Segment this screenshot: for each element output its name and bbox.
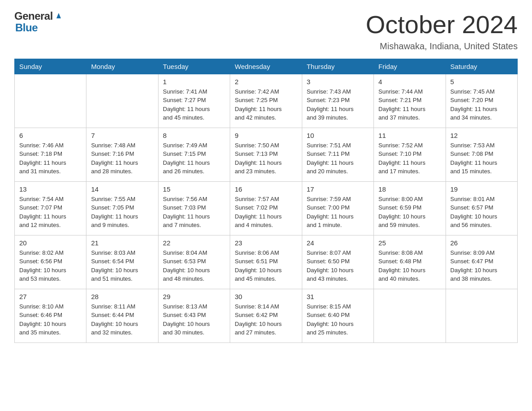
day-number: 3	[307, 78, 369, 86]
day-number: 19	[450, 185, 513, 193]
calendar-day-9: 9Sunrise: 7:50 AM Sunset: 7:13 PM Daylig…	[230, 128, 302, 181]
day-info: Sunrise: 7:57 AM Sunset: 7:02 PM Dayligh…	[235, 195, 297, 230]
day-info: Sunrise: 7:48 AM Sunset: 7:16 PM Dayligh…	[91, 141, 153, 176]
day-number: 7	[91, 132, 153, 139]
day-info: Sunrise: 8:04 AM Sunset: 6:53 PM Dayligh…	[163, 248, 225, 283]
calendar-day-1: 1Sunrise: 7:41 AM Sunset: 7:27 PM Daylig…	[158, 74, 230, 128]
day-info: Sunrise: 7:56 AM Sunset: 7:03 PM Dayligh…	[163, 195, 225, 230]
calendar-day-30: 30Sunrise: 8:14 AM Sunset: 6:42 PM Dayli…	[230, 289, 302, 342]
day-info: Sunrise: 8:08 AM Sunset: 6:48 PM Dayligh…	[378, 248, 441, 283]
calendar-day-13: 13Sunrise: 7:54 AM Sunset: 7:07 PM Dayli…	[15, 181, 86, 235]
calendar-empty-cell	[446, 289, 517, 342]
calendar-empty-cell	[86, 74, 158, 128]
day-info: Sunrise: 8:03 AM Sunset: 6:54 PM Dayligh…	[91, 248, 153, 283]
day-number: 11	[378, 132, 441, 139]
calendar-day-4: 4Sunrise: 7:44 AM Sunset: 7:21 PM Daylig…	[374, 74, 446, 128]
calendar-day-12: 12Sunrise: 7:53 AM Sunset: 7:08 PM Dayli…	[446, 128, 517, 181]
calendar-day-7: 7Sunrise: 7:48 AM Sunset: 7:16 PM Daylig…	[86, 128, 158, 181]
day-number: 14	[91, 185, 153, 193]
day-info: Sunrise: 8:06 AM Sunset: 6:51 PM Dayligh…	[235, 248, 297, 283]
day-info: Sunrise: 8:11 AM Sunset: 6:44 PM Dayligh…	[91, 302, 153, 337]
day-info: Sunrise: 8:07 AM Sunset: 6:50 PM Dayligh…	[307, 248, 369, 283]
day-info: Sunrise: 8:09 AM Sunset: 6:47 PM Dayligh…	[450, 248, 513, 283]
calendar-week-row: 6Sunrise: 7:46 AM Sunset: 7:18 PM Daylig…	[15, 128, 518, 181]
month-title: October 2024	[366, 11, 518, 39]
day-number: 1	[163, 78, 225, 86]
calendar-day-5: 5Sunrise: 7:45 AM Sunset: 7:20 PM Daylig…	[446, 74, 517, 128]
day-info: Sunrise: 7:50 AM Sunset: 7:13 PM Dayligh…	[235, 141, 297, 176]
calendar-empty-cell	[15, 74, 86, 128]
day-number: 26	[450, 239, 513, 247]
day-info: Sunrise: 8:02 AM Sunset: 6:56 PM Dayligh…	[19, 248, 82, 283]
calendar-day-26: 26Sunrise: 8:09 AM Sunset: 6:47 PM Dayli…	[446, 235, 517, 289]
calendar-header-row: SundayMondayTuesdayWednesdayThursdayFrid…	[15, 59, 518, 74]
calendar-week-row: 13Sunrise: 7:54 AM Sunset: 7:07 PM Dayli…	[15, 181, 518, 235]
calendar-empty-cell	[374, 289, 446, 342]
calendar-day-24: 24Sunrise: 8:07 AM Sunset: 6:50 PM Dayli…	[302, 235, 373, 289]
calendar-header-saturday: Saturday	[446, 59, 517, 74]
day-number: 23	[235, 239, 297, 247]
location-title: Mishawaka, Indiana, United States	[366, 41, 518, 51]
calendar-day-8: 8Sunrise: 7:49 AM Sunset: 7:15 PM Daylig…	[158, 128, 230, 181]
day-info: Sunrise: 7:41 AM Sunset: 7:27 PM Dayligh…	[163, 87, 225, 122]
day-info: Sunrise: 7:45 AM Sunset: 7:20 PM Dayligh…	[450, 87, 513, 122]
calendar-header-thursday: Thursday	[302, 59, 373, 74]
day-info: Sunrise: 7:42 AM Sunset: 7:25 PM Dayligh…	[235, 87, 297, 122]
day-number: 24	[307, 239, 369, 247]
calendar-day-11: 11Sunrise: 7:52 AM Sunset: 7:10 PM Dayli…	[374, 128, 446, 181]
day-number: 16	[235, 185, 297, 193]
svg-marker-0	[56, 13, 61, 18]
day-info: Sunrise: 8:13 AM Sunset: 6:43 PM Dayligh…	[163, 302, 225, 337]
calendar-header-sunday: Sunday	[15, 59, 86, 74]
calendar: SundayMondayTuesdayWednesdayThursdayFrid…	[14, 59, 518, 343]
day-number: 12	[450, 132, 513, 139]
day-info: Sunrise: 7:44 AM Sunset: 7:21 PM Dayligh…	[378, 87, 441, 122]
day-info: Sunrise: 7:59 AM Sunset: 7:00 PM Dayligh…	[307, 195, 369, 230]
calendar-day-19: 19Sunrise: 8:01 AM Sunset: 6:57 PM Dayli…	[446, 181, 517, 235]
day-number: 21	[91, 239, 153, 247]
day-number: 27	[19, 293, 82, 300]
day-number: 31	[307, 293, 369, 300]
calendar-day-23: 23Sunrise: 8:06 AM Sunset: 6:51 PM Dayli…	[230, 235, 302, 289]
day-number: 18	[378, 185, 441, 193]
day-number: 8	[163, 132, 225, 139]
day-number: 6	[19, 132, 82, 139]
day-info: Sunrise: 7:51 AM Sunset: 7:11 PM Dayligh…	[307, 141, 369, 176]
calendar-day-3: 3Sunrise: 7:43 AM Sunset: 7:23 PM Daylig…	[302, 74, 373, 128]
logo-triangle-icon	[55, 12, 63, 21]
day-info: Sunrise: 7:55 AM Sunset: 7:05 PM Dayligh…	[91, 195, 153, 230]
calendar-day-2: 2Sunrise: 7:42 AM Sunset: 7:25 PM Daylig…	[230, 74, 302, 128]
day-number: 10	[307, 132, 369, 139]
day-info: Sunrise: 7:52 AM Sunset: 7:10 PM Dayligh…	[378, 141, 441, 176]
day-number: 15	[163, 185, 225, 193]
calendar-header-friday: Friday	[374, 59, 446, 74]
day-info: Sunrise: 7:43 AM Sunset: 7:23 PM Dayligh…	[307, 87, 369, 122]
calendar-week-row: 27Sunrise: 8:10 AM Sunset: 6:46 PM Dayli…	[15, 289, 518, 342]
calendar-day-10: 10Sunrise: 7:51 AM Sunset: 7:11 PM Dayli…	[302, 128, 373, 181]
calendar-day-20: 20Sunrise: 8:02 AM Sunset: 6:56 PM Dayli…	[15, 235, 86, 289]
day-number: 28	[91, 293, 153, 300]
calendar-header-wednesday: Wednesday	[230, 59, 302, 74]
day-number: 4	[378, 78, 441, 86]
day-number: 29	[163, 293, 225, 300]
day-info: Sunrise: 8:10 AM Sunset: 6:46 PM Dayligh…	[19, 302, 82, 337]
calendar-day-15: 15Sunrise: 7:56 AM Sunset: 7:03 PM Dayli…	[158, 181, 230, 235]
calendar-week-row: 20Sunrise: 8:02 AM Sunset: 6:56 PM Dayli…	[15, 235, 518, 289]
calendar-header-monday: Monday	[86, 59, 158, 74]
calendar-day-29: 29Sunrise: 8:13 AM Sunset: 6:43 PM Dayli…	[158, 289, 230, 342]
day-number: 2	[235, 78, 297, 86]
calendar-day-14: 14Sunrise: 7:55 AM Sunset: 7:05 PM Dayli…	[86, 181, 158, 235]
day-number: 17	[307, 185, 369, 193]
calendar-day-22: 22Sunrise: 8:04 AM Sunset: 6:53 PM Dayli…	[158, 235, 230, 289]
calendar-day-21: 21Sunrise: 8:03 AM Sunset: 6:54 PM Dayli…	[86, 235, 158, 289]
day-info: Sunrise: 8:00 AM Sunset: 6:59 PM Dayligh…	[378, 195, 441, 230]
calendar-day-6: 6Sunrise: 7:46 AM Sunset: 7:18 PM Daylig…	[15, 128, 86, 181]
calendar-day-28: 28Sunrise: 8:11 AM Sunset: 6:44 PM Dayli…	[86, 289, 158, 342]
day-number: 13	[19, 185, 82, 193]
day-info: Sunrise: 7:46 AM Sunset: 7:18 PM Dayligh…	[19, 141, 82, 176]
day-number: 9	[235, 132, 297, 139]
logo-general: General	[14, 11, 53, 21]
calendar-day-17: 17Sunrise: 7:59 AM Sunset: 7:00 PM Dayli…	[302, 181, 373, 235]
day-info: Sunrise: 7:53 AM Sunset: 7:08 PM Dayligh…	[450, 141, 513, 176]
calendar-header-tuesday: Tuesday	[158, 59, 230, 74]
